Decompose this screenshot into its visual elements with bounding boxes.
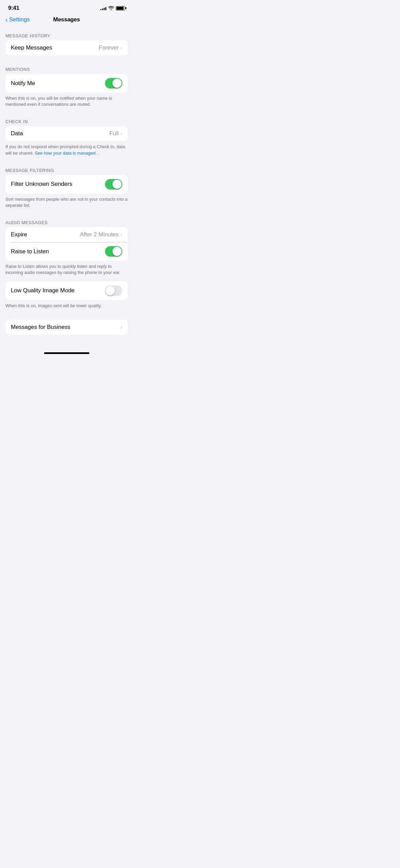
expire-value: After 2 Minutes › (80, 231, 122, 238)
low-quality-image-mode-toggle[interactable] (105, 285, 122, 296)
toggle-knob (112, 79, 122, 88)
row-low-quality-image-mode: Low Quality Image Mode (5, 281, 128, 300)
row-messages-for-business[interactable]: Messages for Business › (5, 320, 128, 335)
data-value: Full › (109, 130, 122, 137)
settings-group-messages-for-business: Messages for Business › (5, 320, 128, 335)
chevron-right-icon: › (121, 232, 122, 237)
check-in-footer: If you do not respond when prompted duri… (0, 141, 133, 161)
row-data[interactable]: Data Full › (5, 126, 128, 141)
settings-content: MESSAGE HISTORY Keep Messages Forever › … (0, 27, 133, 348)
settings-group-message-filtering: Filter Unknown Senders (5, 175, 128, 194)
row-raise-to-listen: Raise to Listen (5, 242, 128, 261)
toggle-knob (112, 180, 122, 189)
messages-for-business-label: Messages for Business (11, 324, 70, 331)
expire-label: Expire (11, 231, 27, 238)
notify-me-toggle[interactable] (105, 78, 122, 88)
filter-unknown-senders-label: Filter Unknown Senders (11, 181, 72, 188)
keep-messages-label: Keep Messages (11, 44, 52, 51)
battery-icon (116, 6, 125, 11)
keep-messages-value: Forever › (99, 44, 122, 51)
row-filter-unknown-senders: Filter Unknown Senders (5, 175, 128, 194)
raise-to-listen-label: Raise to Listen (11, 248, 49, 255)
raise-to-listen-toggle[interactable] (105, 246, 122, 257)
wifi-icon (108, 6, 114, 10)
toggle-knob (106, 286, 115, 295)
back-button[interactable]: ‹ Settings (5, 16, 30, 23)
chevron-right-icon: › (121, 45, 122, 51)
mentions-footer: When this is on, you will be notified wh… (0, 93, 133, 113)
section-header-audio-messages: AUDIO MESSAGES (0, 214, 133, 227)
notify-me-label: Notify Me (11, 80, 35, 87)
toggle-knob (112, 247, 122, 256)
filter-unknown-senders-toggle[interactable] (105, 179, 122, 190)
row-expire[interactable]: Expire After 2 Minutes › (5, 227, 128, 242)
settings-group-mentions: Notify Me (5, 74, 128, 93)
section-header-mentions: MENTIONS (0, 61, 133, 74)
section-header-check-in: CHECK IN (0, 113, 133, 126)
home-indicator-area (0, 348, 133, 357)
row-keep-messages[interactable]: Keep Messages Forever › (5, 40, 128, 55)
chevron-right-icon: › (121, 131, 122, 136)
section-header-message-history: MESSAGE HISTORY (0, 27, 133, 40)
messages-for-business-value: › (121, 324, 122, 330)
section-header-message-filtering: MESSAGE FILTERING (0, 162, 133, 175)
data-label: Data (11, 130, 23, 137)
audio-messages-footer: Raise to Listen allows you to quickly li… (0, 261, 133, 281)
back-label: Settings (9, 16, 30, 23)
back-chevron-icon: ‹ (5, 16, 8, 23)
check-in-link[interactable]: See how your data is managed… (35, 151, 100, 156)
row-notify-me: Notify Me (5, 74, 128, 93)
chevron-right-icon: › (121, 324, 122, 330)
settings-group-audio-messages: Expire After 2 Minutes › Raise to Listen (5, 227, 128, 261)
status-bar: 9:41 (0, 0, 133, 14)
settings-group-message-history: Keep Messages Forever › (5, 40, 128, 55)
settings-group-check-in: Data Full › (5, 126, 128, 141)
signal-icon (100, 6, 106, 10)
low-quality-image-footer: When this is on, images sent will be low… (0, 300, 133, 314)
nav-bar: ‹ Settings Messages (0, 14, 133, 27)
home-indicator (44, 352, 89, 354)
status-time: 9:41 (8, 5, 19, 12)
settings-group-low-quality-image: Low Quality Image Mode (5, 281, 128, 300)
low-quality-image-mode-label: Low Quality Image Mode (11, 287, 75, 294)
page-title: Messages (53, 16, 80, 23)
message-filtering-footer: Sort messages from people who are not in… (0, 194, 133, 214)
status-icons (100, 6, 125, 11)
